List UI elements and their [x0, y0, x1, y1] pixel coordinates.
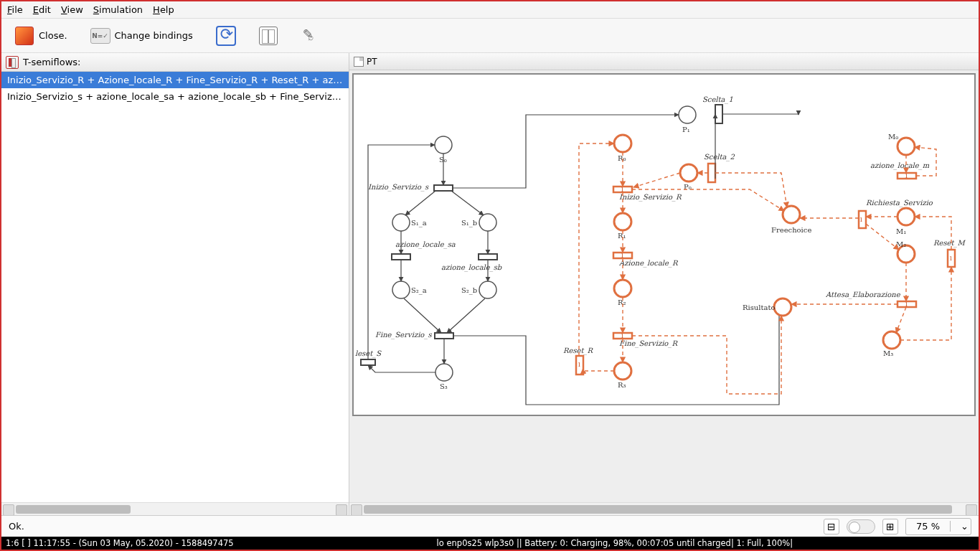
- menubar: File Edit View Simulation Help: [1, 1, 979, 19]
- svg-point-14: [479, 281, 496, 298]
- svg-rect-16: [435, 333, 453, 339]
- svg-text:1: 1: [859, 216, 863, 223]
- svg-rect-2: [434, 185, 453, 191]
- left-scrollbar[interactable]: [1, 502, 349, 515]
- svg-point-45: [614, 362, 631, 380]
- svg-text:Reset_R: Reset_R: [563, 347, 594, 355]
- chevron-down-icon: ⌄: [950, 521, 971, 532]
- canvas-panel: PT S₀ Inizio_Servizio_s S₁_a S₁_b az: [349, 53, 979, 515]
- svg-point-50: [783, 206, 800, 223]
- svg-rect-24: [715, 105, 722, 123]
- svg-text:S₂_b: S₂_b: [461, 286, 477, 295]
- zoom-in-button[interactable]: ⊞: [882, 519, 898, 534]
- svg-point-35: [614, 213, 631, 230]
- svg-text:Freechoice: Freechoice: [771, 226, 811, 234]
- svg-rect-10: [479, 254, 497, 260]
- svg-text:1: 1: [621, 186, 624, 193]
- svg-text:Richiesta_Servizio: Richiesta_Servizio: [866, 199, 933, 207]
- svg-text:1: 1: [905, 301, 908, 308]
- tsemiflows-title: T-semiflows:: [23, 57, 80, 67]
- tools-icon: [301, 27, 319, 45]
- zoom-toggle[interactable]: [847, 519, 875, 534]
- svg-text:Attesa_Elaborazione: Attesa_Elaborazione: [825, 291, 901, 299]
- document-icon: [354, 57, 364, 67]
- svg-rect-20: [361, 359, 375, 365]
- svg-text:Fine_Servizio_s: Fine_Servizio_s: [375, 331, 432, 339]
- zoom-select[interactable]: 75 % ⌄: [905, 518, 971, 535]
- pages-icon: [259, 27, 278, 45]
- menu-help[interactable]: Help: [153, 4, 174, 15]
- svg-rect-28: [708, 164, 715, 182]
- zoom-out-button[interactable]: ⊟: [824, 519, 839, 534]
- menu-edit[interactable]: Edit: [33, 4, 51, 15]
- svg-text:azione_locale_sb: azione_locale_sb: [441, 263, 502, 272]
- tsemiflows-list: Inizio_Servizio_R + Azione_locale_R + Fi…: [1, 72, 349, 502]
- petri-net-canvas[interactable]: S₀ Inizio_Servizio_s S₁_a S₁_b azione_lo…: [352, 73, 976, 416]
- tools-button[interactable]: [296, 24, 324, 48]
- svg-text:Inizio_Servizio_s: Inizio_Servizio_s: [368, 183, 429, 192]
- svg-text:Risultato: Risultato: [743, 303, 776, 311]
- svg-text:S₂_a: S₂_a: [411, 286, 427, 295]
- close-button[interactable]: Close.: [10, 23, 72, 49]
- svg-text:M₁: M₁: [896, 227, 906, 235]
- svg-text:M₃: M₃: [883, 349, 893, 357]
- svg-text:S₃: S₃: [440, 382, 448, 390]
- list-item[interactable]: Inizio_Servizio_s + azione_locale_sa + a…: [1, 88, 349, 105]
- svg-point-69: [883, 331, 900, 349]
- svg-text:M₀: M₀: [888, 133, 898, 141]
- svg-point-40: [614, 280, 631, 297]
- svg-text:R₃: R₃: [618, 381, 626, 389]
- svg-text:Inizio_Servizio_R: Inizio_Servizio_R: [619, 193, 682, 202]
- close-label: Close.: [39, 30, 67, 41]
- footer: Ok. ⊟ ⊞ 75 % ⌄: [1, 515, 979, 537]
- left-panel: T-semiflows: Inizio_Servizio_R + Azione_…: [1, 53, 349, 515]
- svg-text:azione_locale_m: azione_locale_m: [870, 161, 930, 170]
- system-statusbar: 1:6 [ ] 11:17:55 - (Sun 03 May, 05.2020)…: [1, 537, 979, 550]
- svg-text:1: 1: [905, 172, 908, 179]
- svg-text:1: 1: [621, 252, 624, 259]
- svg-point-0: [435, 136, 452, 154]
- refresh-icon: [216, 26, 236, 46]
- svg-point-59: [897, 208, 915, 225]
- svg-text:1: 1: [621, 332, 624, 339]
- canvas-title: PT: [367, 57, 377, 67]
- svg-point-54: [897, 138, 915, 155]
- statusbar-mid: lo enp0s25 wlp3s0 || Battery: 0: Chargin…: [255, 538, 974, 548]
- svg-point-30: [614, 135, 631, 152]
- change-bindings-label: Change bindings: [115, 30, 193, 41]
- svg-text:R₁: R₁: [618, 232, 626, 240]
- list-item[interactable]: Inizio_Servizio_R + Azione_locale_R + Fi…: [1, 72, 349, 88]
- svg-rect-8: [392, 254, 410, 260]
- menu-view[interactable]: View: [61, 4, 83, 15]
- svg-text:1: 1: [949, 255, 953, 262]
- svg-text:S₁_a: S₁_a: [411, 219, 427, 227]
- canvas-scrollbar[interactable]: [349, 502, 979, 515]
- bindings-icon: N=✓: [90, 28, 110, 44]
- svg-text:Azione_locale_R: Azione_locale_R: [618, 259, 679, 268]
- statusbar-left: 1:6 [ ] 11:17:55 - (Sun 03 May, 05.2020)…: [6, 538, 234, 548]
- svg-text:Fine_Servizio_R: Fine_Servizio_R: [619, 339, 678, 348]
- svg-text:azione_locale_sa: azione_locale_sa: [395, 240, 456, 249]
- svg-point-18: [435, 364, 453, 381]
- svg-point-6: [479, 214, 496, 231]
- zoom-value: 75 %: [906, 521, 950, 532]
- tsemiflows-icon: [6, 56, 19, 69]
- change-bindings-button[interactable]: N=✓ Change bindings: [86, 23, 197, 49]
- menu-file[interactable]: File: [7, 4, 23, 15]
- toolbar: Close. N=✓ Change bindings: [1, 19, 979, 53]
- svg-text:Scelta_1: Scelta_1: [702, 95, 733, 104]
- svg-text:Scelta_2: Scelta_2: [704, 153, 735, 161]
- pages-button[interactable]: [255, 24, 282, 48]
- svg-text:S₁_b: S₁_b: [461, 219, 477, 227]
- svg-point-52: [774, 298, 791, 316]
- refresh-button[interactable]: [212, 23, 240, 49]
- svg-point-4: [392, 214, 410, 231]
- svg-text:Reset_M: Reset_M: [933, 239, 966, 248]
- svg-point-26: [680, 164, 697, 182]
- svg-point-22: [679, 106, 696, 123]
- svg-text:R₀: R₀: [618, 154, 626, 162]
- menu-simulation[interactable]: Simulation: [93, 4, 143, 15]
- close-icon: [15, 27, 34, 45]
- svg-text:P₁: P₁: [682, 126, 690, 133]
- svg-text:1: 1: [578, 361, 581, 368]
